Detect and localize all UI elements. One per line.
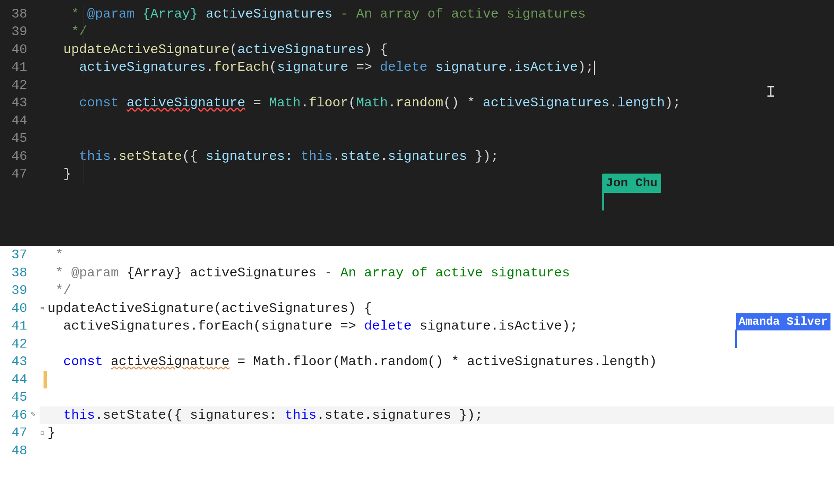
line-number: 45 — [0, 130, 40, 148]
code-line[interactable]: 48 — [0, 442, 834, 460]
code-line[interactable]: 39 */ — [0, 23, 834, 41]
line-number: 47 — [0, 424, 40, 442]
code-line[interactable]: 43 const activeSignature = Math.floor(Ma… — [0, 353, 834, 371]
collab-cursor — [602, 192, 604, 210]
code-line[interactable]: 42 — [0, 335, 834, 353]
code-content[interactable]: * — [40, 246, 834, 264]
line-number: 40 — [0, 300, 40, 318]
code-line[interactable]: 44 — [0, 371, 834, 389]
code-line[interactable]: 40 updateActiveSignature(activeSignature… — [0, 41, 834, 59]
code-line[interactable]: 37 — [0, 0, 834, 5]
code-line[interactable]: 46✎ this.setState({ signatures: this.sta… — [0, 406, 834, 424]
line-number: 46 — [0, 148, 40, 166]
code-line[interactable]: 46 this.setState({ signatures: this.stat… — [0, 148, 834, 166]
code-content[interactable]: activeSignatures.forEach(signature => de… — [40, 58, 834, 76]
pencil-icon: ✎ — [31, 409, 36, 420]
line-number: 44 — [0, 112, 40, 130]
code-line[interactable]: 38 * @param {Array} activeSignatures - A… — [0, 5, 834, 23]
code-content[interactable]: } — [40, 165, 834, 183]
line-number: 44 — [0, 371, 40, 389]
line-number: 38 — [0, 5, 40, 23]
code-line[interactable]: 44 — [0, 112, 834, 130]
line-number: 42 — [0, 76, 40, 94]
code-line[interactable]: 47⊟ } — [0, 424, 834, 442]
editor-pane-light[interactable]: Amanda Silver 37 *38 * @param {Array} ac… — [0, 246, 834, 504]
code-content[interactable]: const activeSignature = Math.floor(Math.… — [40, 353, 834, 371]
code-line[interactable]: 45 — [0, 388, 834, 406]
code-line[interactable]: 45 — [0, 130, 834, 148]
code-content[interactable]: activeSignatures.forEach(signature => de… — [40, 317, 834, 335]
line-number: 38 — [0, 264, 40, 282]
line-number: 45 — [0, 388, 40, 406]
line-number: 48 — [0, 442, 40, 460]
line-number: 43 — [0, 94, 40, 112]
line-number: 39 — [0, 282, 40, 300]
code-content[interactable]: this.setState({ signatures: this.state.s… — [40, 148, 834, 166]
code-line[interactable]: 41 activeSignatures.forEach(signature =>… — [0, 58, 834, 76]
line-number: 47 — [0, 165, 40, 183]
code-content[interactable]: * @param {Array} activeSignatures - An a… — [40, 5, 834, 23]
code-line[interactable]: 42 — [0, 76, 834, 94]
code-content[interactable]: */ — [40, 23, 834, 41]
text-cursor — [594, 61, 595, 75]
code-content[interactable]: updateActiveSignature(activeSignatures) … — [40, 41, 834, 59]
line-number: 41 — [0, 317, 40, 335]
code-line[interactable]: 39 */ — [0, 282, 834, 300]
code-content[interactable]: * @param {Array} activeSignatures - An a… — [40, 264, 834, 282]
editor-pane-dark[interactable]: Jon Chu I 3738 * @param {Array} activeSi… — [0, 0, 834, 246]
code-content[interactable]: this.setState({ signatures: this.state.s… — [40, 406, 834, 424]
line-number: 37 — [0, 0, 40, 5]
code-line[interactable]: 47 } — [0, 165, 834, 183]
code-line[interactable]: 37 * — [0, 246, 834, 264]
line-number: 42 — [0, 335, 40, 353]
line-number: 43 — [0, 353, 40, 371]
code-content[interactable]: updateActiveSignature(activeSignatures) … — [40, 300, 834, 318]
change-indicator — [44, 371, 47, 388]
code-line[interactable]: 38 * @param {Array} activeSignatures - A… — [0, 264, 834, 282]
code-line[interactable]: 43 const activeSignature = Math.floor(Ma… — [0, 94, 834, 112]
line-number: 39 — [0, 23, 40, 41]
code-line[interactable]: 41 activeSignatures.forEach(signature =>… — [0, 317, 834, 335]
line-number: 41 — [0, 58, 40, 76]
code-line[interactable]: 40⊟ updateActiveSignature(activeSignatur… — [0, 300, 834, 318]
code-content[interactable]: } — [40, 424, 834, 442]
line-number: 37 — [0, 246, 40, 264]
line-number: 40 — [0, 41, 40, 59]
code-content[interactable]: */ — [40, 282, 834, 300]
code-content[interactable]: const activeSignature = Math.floor(Math.… — [40, 94, 834, 112]
